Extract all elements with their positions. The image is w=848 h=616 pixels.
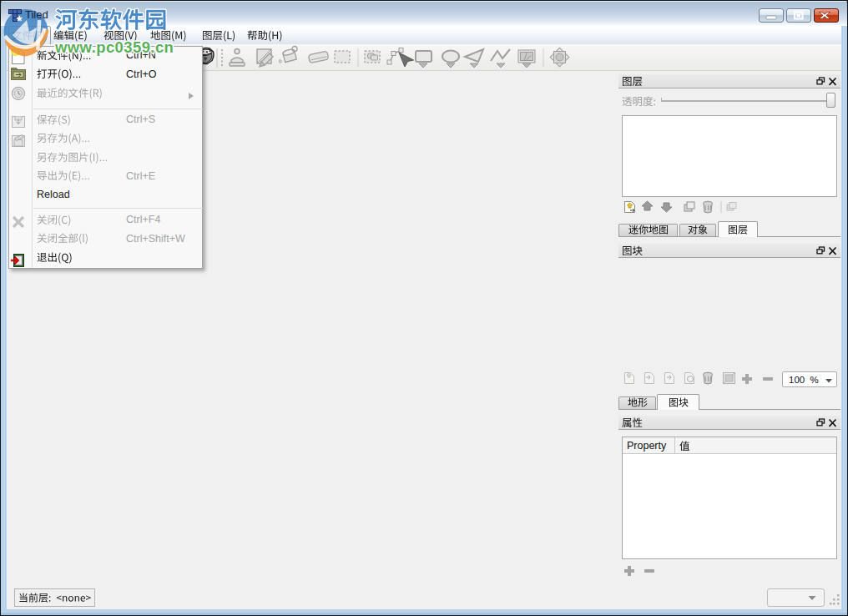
svg-text:www.pc0359.cn: www.pc0359.cn [54,38,174,56]
